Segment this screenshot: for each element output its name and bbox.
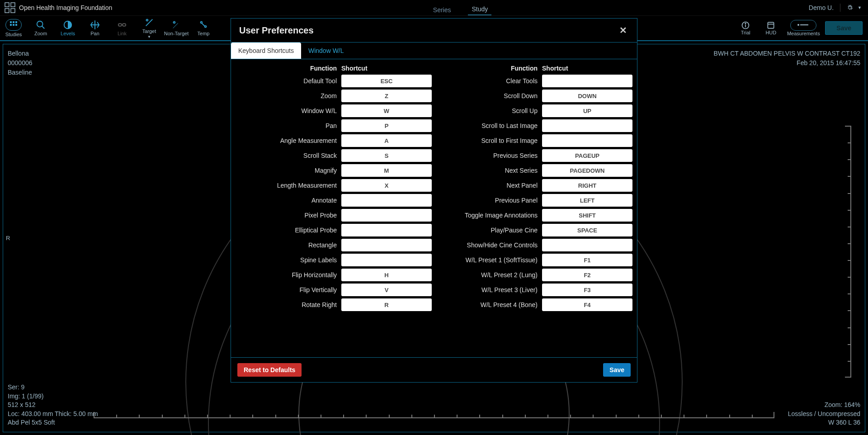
shortcut-input[interactable] [542,90,632,102]
shortcut-row: Pan [236,119,432,132]
shortcut-row: Annotate [236,194,432,207]
shortcut-label: Previous Panel [436,197,542,204]
svg-rect-8 [13,24,14,26]
target-tool[interactable]: Target ▼ [136,18,163,39]
modal-close-button[interactable]: ✕ [618,25,629,36]
shortcut-row: Next Series [436,164,632,177]
shortcut-row: Flip Horizontally [236,269,432,281]
shortcut-label: Rectangle [236,241,341,249]
nontarget-tool[interactable]: Non-Target [163,18,190,39]
shortcut-input[interactable] [341,179,432,192]
nontarget-icon [171,20,181,30]
patient-mrn: 0000006 [8,58,33,68]
trial-label: Trial [741,30,750,35]
svg-rect-3 [11,9,15,13]
shortcut-input[interactable] [341,209,432,222]
settings-caret-icon[interactable]: ▼ [858,5,862,10]
reset-defaults-button[interactable]: Reset to Defaults [237,363,302,377]
svg-point-18 [205,26,207,28]
shortcut-input[interactable] [542,194,632,207]
shortcut-row: Rotate Right [236,298,432,311]
tab-window-wl[interactable]: Window W/L [301,43,351,59]
studies-tool[interactable]: Studies [0,18,27,39]
shortcut-label: W/L Preset 3 (Liver) [436,286,542,293]
shortcut-input[interactable] [542,254,632,266]
shortcut-input[interactable] [341,149,432,162]
pan-tool[interactable]: Pan [81,18,108,39]
shortcut-input[interactable] [542,164,632,177]
shortcut-input[interactable] [341,90,432,102]
shortcut-input[interactable] [341,269,432,281]
shortcut-input[interactable] [542,179,632,192]
shortcut-label: Flip Horizontally [236,271,341,279]
trial-button[interactable]: Trial [735,21,756,35]
modal-title: User Preferences [239,25,314,36]
shortcut-input[interactable] [542,284,632,296]
top-tab-study[interactable]: Study [468,4,491,15]
app-title: Open Health Imaging Foundation [19,4,112,11]
ruler-right [850,126,851,378]
shortcut-label: Scroll to Last Image [436,122,542,129]
pan-label: Pan [90,31,99,36]
shortcut-input[interactable] [542,224,632,236]
svg-point-16 [174,22,175,24]
gear-icon[interactable] [847,5,853,11]
window-level: W 360 L 36 [788,418,860,427]
shortcut-input[interactable] [341,254,432,266]
shortcut-input[interactable] [542,239,632,251]
orientation-left: R [6,234,10,243]
link-label: Link [118,31,127,36]
shortcut-label: Scroll Down [436,92,542,99]
svg-point-15 [146,19,148,21]
shortcut-input[interactable] [542,134,632,147]
shortcut-input[interactable] [542,298,632,311]
tab-keyboard-shortcuts[interactable]: Keyboard Shortcuts [231,43,301,59]
shortcut-row: Pixel Probe [236,209,432,222]
app-logo-icon [5,2,15,13]
shortcut-label: Previous Series [436,152,542,159]
svg-point-17 [201,22,203,24]
top-tab-series[interactable]: Series [429,5,455,15]
shortcut-input[interactable] [341,239,432,251]
shortcut-input[interactable] [542,75,632,87]
shortcut-input[interactable] [341,224,432,236]
shortcut-label: W/L Preset 2 (Lung) [436,271,542,279]
shortcut-input[interactable] [341,194,432,207]
shortcut-input[interactable] [341,298,432,311]
measurements-button[interactable]: Measurements [785,20,821,36]
temp-tool[interactable]: Temp [190,18,217,39]
series-number: Ser: 9 [8,383,98,392]
shortcut-input[interactable] [542,209,632,222]
col-head-shortcut: Shortcut [542,65,632,72]
svg-rect-6 [15,21,17,23]
shortcut-input[interactable] [341,284,432,296]
overlay-top-right: BWH CT ABDOMEN PELVIS W CONTRAST CT192 F… [714,49,860,68]
shortcut-row: Previous Series [436,149,632,162]
shortcut-input[interactable] [542,149,632,162]
modal-save-button[interactable]: Save [603,363,631,377]
shortcut-input[interactable] [341,104,432,117]
hud-button[interactable]: HUD [760,21,782,35]
shortcut-input[interactable] [542,104,632,117]
overlay-top-left: Bellona 0000006 Baseline [8,49,33,77]
studies-grid-icon [9,21,18,29]
shortcut-input[interactable] [542,269,632,281]
timepoint: Baseline [8,68,33,77]
col-head-function: Function [236,65,341,72]
shortcut-input[interactable] [341,119,432,132]
svg-rect-2 [5,9,9,13]
zoom-tool[interactable]: Zoom [27,18,54,39]
user-preferences-modal: User Preferences ✕ Keyboard Shortcuts Wi… [231,18,637,383]
levels-tool[interactable]: Levels [54,18,81,39]
shortcut-input[interactable] [341,75,432,87]
levels-label: Levels [61,31,75,36]
svg-point-21 [745,23,746,24]
save-button[interactable]: Save [825,21,863,35]
shortcut-input[interactable] [542,119,632,132]
shortcut-input[interactable] [341,164,432,177]
shortcut-input[interactable] [341,134,432,147]
shortcut-label: Angle Measurement [236,137,341,144]
shortcut-row: Window W/L [236,104,432,117]
zoom-label: Zoom [34,31,47,36]
user-display[interactable]: Demo U. [809,4,834,11]
